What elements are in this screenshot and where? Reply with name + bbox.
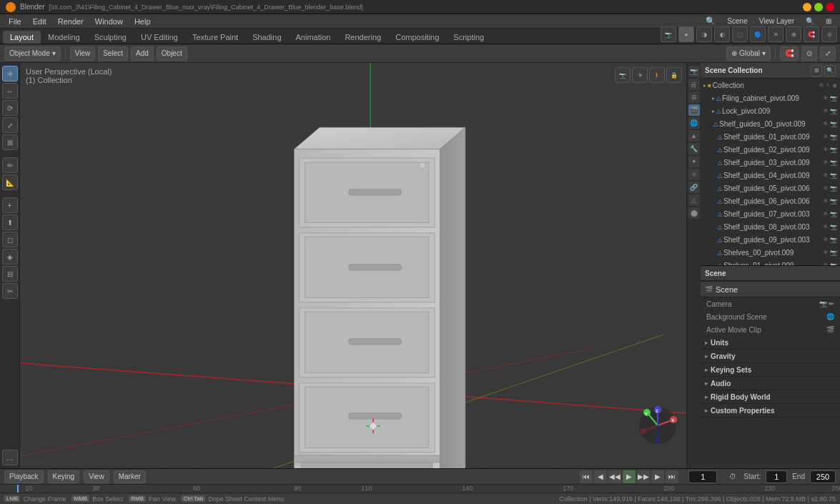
data-props-icon[interactable]: △ — [688, 194, 700, 206]
hide-viewport-icon[interactable]: ◉ — [832, 82, 837, 89]
maximize-button[interactable] — [814, 3, 823, 11]
world-props-icon[interactable]: 🌐 — [688, 117, 700, 129]
jump-start-button[interactable]: ⏮ — [580, 470, 593, 483]
row-vis-icon-7[interactable]: 👁 — [823, 185, 829, 192]
wireframe-icon[interactable]: ⬚ — [732, 26, 748, 42]
timeline-view-menu-btn[interactable]: View — [84, 470, 109, 483]
transform-tool[interactable]: ⊞ — [2, 134, 18, 150]
move-tool[interactable]: ↔ — [2, 83, 18, 99]
keying-sets-header[interactable]: ▸ Keying Sets — [701, 363, 840, 376]
row-vis-icon-9[interactable]: 👁 — [823, 211, 829, 217]
row-cam-icon-5[interactable]: 📷 — [830, 159, 837, 166]
prev-frame-button[interactable]: ◀ — [594, 470, 607, 483]
next-frame-button[interactable]: ▶ — [651, 470, 664, 483]
row-vis-icon-4[interactable]: 👁 — [823, 147, 829, 153]
extrude-tool[interactable]: ⬆ — [2, 214, 18, 230]
current-frame-display[interactable]: 1 — [688, 470, 717, 483]
camera-edit-icon[interactable]: ✏ — [829, 300, 834, 307]
menu-file[interactable]: File — [3, 16, 27, 27]
scene-input[interactable]: Scene — [721, 16, 753, 26]
particle-props-icon[interactable]: ✦ — [688, 156, 700, 167]
bevel-tool[interactable]: ◈ — [2, 249, 18, 265]
play-button[interactable]: ▶ — [623, 470, 636, 483]
measure-tool[interactable]: 📐 — [2, 174, 18, 190]
tab-scripting[interactable]: Scripting — [446, 31, 491, 44]
row-vis-icon-0[interactable]: 👁 — [823, 95, 829, 102]
row-cam-icon-7[interactable]: 📷 — [830, 185, 837, 192]
menu-edit[interactable]: Edit — [27, 16, 52, 27]
tab-uv-editing[interactable]: UV Editing — [134, 31, 185, 44]
scene-props-icon[interactable]: 🎬 — [688, 104, 700, 116]
nav-gizmo[interactable]: X Y Z — [636, 404, 679, 447]
constraint-props-icon[interactable]: 🔗 — [688, 182, 700, 193]
outliner-row-9[interactable]: △ Shelf_guides_07_pivot.003 👁 📷 — [701, 207, 840, 220]
row-cam-icon-1[interactable]: 📷 — [830, 108, 837, 114]
search-icon[interactable]: 🔍 — [700, 15, 721, 27]
outliner-row-2[interactable]: △ Shelf_guides_00_pivot.009 👁 📷 — [701, 117, 840, 130]
tab-layout[interactable]: Layout — [3, 31, 41, 44]
view-layer-input[interactable]: View Layer — [753, 16, 800, 26]
keying-menu-btn[interactable]: Keying — [48, 470, 80, 483]
end-frame-input[interactable]: 250 — [810, 470, 836, 483]
menu-render[interactable]: Render — [52, 16, 89, 27]
row-cam-icon-4[interactable]: 📷 — [830, 147, 837, 153]
lock-cam-icon[interactable]: 🔒 — [666, 67, 682, 83]
row-cam-icon-9[interactable]: 📷 — [830, 211, 837, 217]
row-cam-icon-12[interactable]: 📷 — [830, 249, 837, 256]
outliner-row-6[interactable]: △ Shelf_guides_04_pivot.009 👁 📷 — [701, 169, 840, 182]
tab-compositing[interactable]: Compositing — [388, 31, 446, 44]
scale-tool[interactable]: ⤢ — [2, 117, 18, 133]
overlay-icon[interactable]: 🔵 — [750, 26, 766, 42]
outliner-row-8[interactable]: △ Shelf_guides_06_pivot.006 👁 📷 — [701, 194, 840, 207]
material-icon[interactable]: ◑ — [696, 26, 712, 42]
render-viewport-icon[interactable]: ☀ — [632, 67, 648, 83]
row-vis-icon-8[interactable]: 👁 — [823, 198, 829, 204]
viewport[interactable]: User Perspective (Local) (1) Collection … — [20, 63, 686, 468]
tab-texture-paint[interactable]: Texture Paint — [185, 31, 245, 44]
loop-cut-tool[interactable]: ⊟ — [2, 266, 18, 282]
modifier-props-icon[interactable]: 🔧 — [688, 143, 700, 154]
minimize-button[interactable] — [803, 3, 811, 11]
outliner-row-5[interactable]: △ Shelf_guides_03_pivot.009 👁 📷 — [701, 156, 840, 169]
rigid-body-header[interactable]: ▸ Rigid Body World — [701, 390, 840, 403]
knife-tool[interactable]: ✂ — [2, 283, 18, 299]
outliner-row-4[interactable]: △ Shelf_guides_02_pivot.009 👁 📷 — [701, 143, 840, 156]
row-cam-icon-8[interactable]: 📷 — [830, 198, 837, 204]
view-layer-props-icon[interactable]: ⊞ — [688, 92, 700, 103]
physics-props-icon[interactable]: ⚛ — [688, 169, 700, 180]
row-vis-icon-10[interactable]: 👁 — [823, 224, 829, 230]
gizmo-icon[interactable]: ⊕ — [786, 26, 801, 42]
row-cam-icon-10[interactable]: 📷 — [830, 224, 837, 230]
row-vis-icon-11[interactable]: 👁 — [823, 237, 829, 243]
menu-help[interactable]: Help — [129, 16, 157, 27]
play-forward-button[interactable]: ▶▶ — [637, 470, 650, 483]
camera-view-icon[interactable]: 📷 — [615, 67, 631, 83]
proportional-icon[interactable]: ⊙ — [821, 26, 837, 42]
view-menu-btn[interactable]: View — [70, 46, 96, 61]
add-cube-tool[interactable]: + — [2, 197, 18, 213]
snap-icon[interactable]: 🧲 — [804, 26, 819, 42]
pivot-button[interactable]: ⊕ Global ▾ — [726, 46, 771, 61]
row-vis-icon-5[interactable]: 👁 — [823, 159, 829, 166]
row-cam-icon-6[interactable]: 📷 — [830, 172, 837, 179]
render-icon[interactable]: 📷 — [661, 26, 676, 42]
gravity-header[interactable]: ▸ Gravity — [701, 350, 840, 362]
object-mode-button[interactable]: Object Mode ▾ — [4, 46, 61, 61]
select-icon[interactable]: ↖ — [826, 82, 831, 89]
tab-animation[interactable]: Animation — [289, 31, 338, 44]
visibility-icon[interactable]: 👁 — [819, 82, 824, 89]
walk-nav-icon[interactable]: 🚶 — [649, 67, 665, 83]
options-tool[interactable]: … — [2, 450, 18, 465]
render-props-icon[interactable]: 📷 — [688, 66, 700, 77]
jump-end-button[interactable]: ⏭ — [666, 470, 678, 483]
solid-icon[interactable]: ● — [678, 26, 694, 42]
outliner-row-scene-collection[interactable]: ▸ ■ Collection 👁 ↖ ◉ — [701, 79, 840, 92]
filter-icon[interactable]: ⊞ — [820, 16, 837, 26]
close-button[interactable] — [826, 3, 834, 11]
global-search-button[interactable]: 🔍 — [800, 16, 820, 26]
row-cam-icon-11[interactable]: 📷 — [830, 237, 837, 243]
outliner-search-icon[interactable]: 🔍 — [824, 65, 836, 76]
units-header[interactable]: ▸ Units — [701, 336, 840, 349]
add-menu-btn[interactable]: Add — [131, 46, 154, 61]
outliner-row-10[interactable]: △ Shelf_guides_08_pivot.003 👁 📷 — [701, 220, 840, 233]
